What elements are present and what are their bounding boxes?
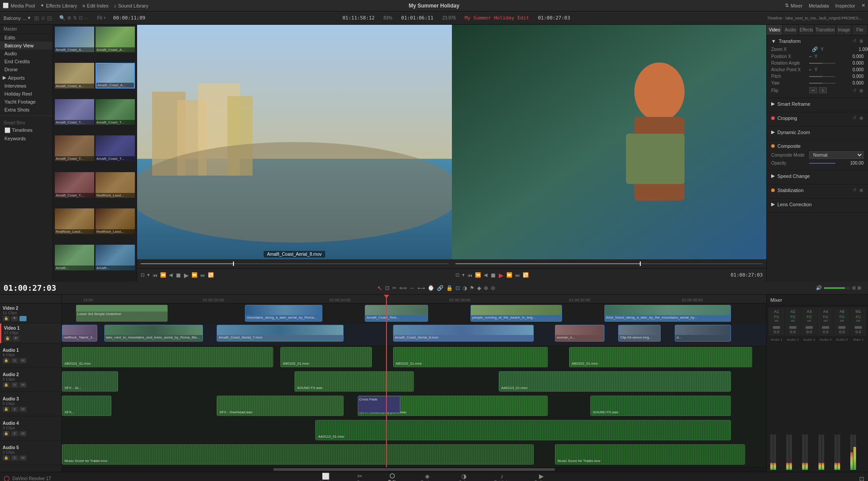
inspector-tab-audio[interactable]: Audio — [783, 25, 799, 35]
select-tool[interactable]: ↖ — [377, 285, 382, 292]
v2-lock[interactable]: 🔒 — [3, 316, 10, 321]
a5-s[interactable]: S — [11, 455, 18, 461]
inspector-tab-file[interactable]: File — [852, 25, 868, 35]
view-icon-grid[interactable]: ⊞ — [34, 15, 39, 22]
flip-h-button[interactable]: ↔ — [809, 87, 817, 93]
tl-play[interactable]: ▶ — [499, 272, 504, 279]
clip-a5-1[interactable]: Music Score for Trailer.mov — [62, 444, 534, 465]
clip-a1-1[interactable]: AB0102_01.mov — [62, 347, 273, 367]
clip-v2-4[interactable]: people_running_at_the_beach_in_brig... — [470, 305, 562, 322]
stab-reset[interactable]: ↺ — [853, 187, 857, 193]
zoom-in-button[interactable]: ⊕ — [484, 285, 488, 291]
tl-step-back[interactable]: ⏪ — [475, 272, 481, 278]
media-thumb-item[interactable]: Amalfi_Coast_T... — [55, 172, 94, 207]
inspector-tab-transition[interactable]: Transition — [814, 25, 836, 35]
yaw-slider[interactable] — [809, 83, 835, 84]
media-thumb-item[interactable]: RedRock_Land... — [96, 208, 135, 243]
inspector-tab[interactable]: Inspector — [835, 3, 855, 8]
link-icon[interactable]: 🔗 — [812, 46, 818, 52]
a4-m[interactable]: M — [19, 431, 27, 436]
flip-v-button[interactable]: ↕ — [819, 87, 827, 93]
tl-skip-end[interactable]: ⏭ — [515, 273, 520, 278]
a3-m[interactable]: M — [19, 407, 27, 412]
inspector-tab-effects[interactable]: Effects — [799, 25, 814, 35]
a4-lock[interactable]: 🔒 — [3, 431, 10, 436]
media-thumb-item[interactable]: Amalfi_Coast_A... — [55, 63, 94, 98]
cropping-hide[interactable]: ◉ — [859, 115, 864, 121]
view-icon-meta[interactable]: ⊟ — [47, 15, 52, 22]
media-thumb-item[interactable]: RedRock_Land... — [96, 172, 135, 207]
clip-a1-3[interactable]: AB0102_01.mov — [393, 347, 548, 367]
anchor-x-slider[interactable] — [809, 69, 812, 70]
sort-icon[interactable]: ⇅ — [73, 15, 77, 21]
rotation-slider[interactable] — [809, 63, 835, 64]
sidebar-keywords[interactable]: Keywords — [0, 135, 53, 142]
media-thumb-item[interactable]: RedRock_Land... — [55, 208, 94, 243]
bottom-tab-fairlight[interactable]: ♪ Fairlight — [490, 472, 513, 481]
media-thumb-item[interactable]: Amalfi_Coast_T... — [55, 135, 94, 170]
dynamic-zoom-title[interactable]: ▶ Dynamic Zoom — [771, 129, 864, 135]
clip-v2-5[interactable]: thick_forest_along_a_lake_by_the_mountai… — [604, 305, 731, 322]
media-thumb-item[interactable]: Amalfi... — [55, 245, 94, 280]
sidebar-yacht-footage[interactable]: Yacht Footage — [0, 98, 53, 106]
slide-tool[interactable]: ⟷ — [417, 285, 425, 291]
stabilization-title[interactable]: Stabilization ↺ ◉ — [771, 187, 864, 193]
bottom-tab-edit[interactable]: ⬡ Edit — [385, 471, 399, 481]
effects-library-tab[interactable]: ✦ Effects Library — [40, 3, 77, 8]
opacity-slider[interactable] — [809, 163, 835, 164]
sidebar-extra-shots[interactable]: Extra Shots — [0, 106, 53, 114]
source-skip-start[interactable]: ⏮ — [153, 273, 157, 278]
clip-a2-1[interactable]: SFX - Je... — [62, 371, 118, 392]
fullscreen-button[interactable]: ⊡ — [859, 475, 864, 481]
a3-lock[interactable]: 🔒 — [3, 407, 10, 412]
clip-a1-2[interactable]: AB0102_01.mov — [280, 347, 372, 367]
color-mode-button[interactable]: ◑ — [463, 285, 467, 291]
stab-hide[interactable]: ◉ — [859, 187, 864, 193]
source-progress-bar[interactable] — [137, 259, 452, 268]
bottom-tab-deliver[interactable]: ▶ Deliver — [531, 472, 552, 481]
v2-color[interactable] — [19, 316, 27, 321]
filter-icon[interactable]: ⊡ — [79, 15, 83, 21]
speed-change-title[interactable]: ▶ Speed Change — [771, 173, 864, 179]
composite-title[interactable]: Composite — [771, 143, 864, 149]
meters-button[interactable]: ⊠ — [857, 285, 861, 290]
inspector-tab-image[interactable]: Image — [836, 25, 852, 35]
hide-icon[interactable]: ◉ — [859, 38, 864, 44]
clip-a3-4[interactable]: SOUND FX.wav — [590, 396, 731, 416]
a4-s[interactable]: S — [11, 431, 18, 436]
marker-button[interactable]: ◆ — [477, 285, 481, 291]
clip-v1-5[interactable]: woman_ri... — [555, 325, 604, 342]
volume-icon[interactable]: 🔊 — [816, 285, 822, 291]
slip-tool[interactable]: ↔ — [409, 285, 415, 291]
sidebar-balcony-view[interactable]: Balcony View — [0, 42, 53, 50]
media-thumb-item[interactable]: Amalfi... — [96, 245, 135, 280]
sidebar-interviews[interactable]: Interviews — [0, 82, 53, 90]
composite-mode-select[interactable]: Normal — [809, 151, 864, 159]
transform-hide-icon[interactable]: ◉ — [859, 88, 864, 93]
bottom-tab-fusion[interactable]: ◈ Fusion — [417, 472, 437, 481]
close-button[interactable]: ✕ — [861, 3, 865, 8]
tl-play-back[interactable]: ◀ — [484, 272, 487, 278]
lock-button[interactable]: 🔒 — [446, 285, 453, 291]
clip-a2-4[interactable]: AA0113_01.mov — [499, 371, 731, 392]
source-play[interactable]: ▶ — [184, 272, 189, 279]
tl-stop[interactable]: ⏹ — [490, 272, 496, 279]
timeline-scrollbar-thumb[interactable] — [273, 468, 555, 471]
view-icon-list[interactable]: ≡ — [41, 15, 45, 22]
media-thumb-item[interactable]: Amalfi_Coast_T... — [96, 99, 135, 134]
media-pool-tab[interactable]: ⬜ Media Pool — [3, 3, 35, 8]
source-stop[interactable]: ⏹ — [175, 272, 181, 279]
media-thumb-item[interactable]: Amalfi_Coast_T... — [55, 99, 94, 134]
snap-button[interactable]: ⊡ — [455, 285, 460, 291]
sidebar-end-credits[interactable]: End Credits — [0, 58, 53, 65]
media-thumb-item[interactable]: Amalfi_Coast_A... — [55, 27, 94, 62]
a1-s[interactable]: S — [11, 358, 18, 363]
clip-v1-7[interactable]: d... — [675, 325, 731, 342]
tl-step-fwd[interactable]: ⏩ — [506, 272, 512, 278]
transform-reset-icon[interactable]: ↺ — [853, 88, 857, 93]
sidebar-drone[interactable]: Drone — [0, 65, 53, 73]
speed-tool[interactable]: ⌚ — [428, 285, 434, 291]
smart-reframe-title[interactable]: ▶ Smart Reframe — [771, 101, 864, 107]
bottom-tab-media[interactable]: ⬜ Media — [316, 472, 335, 481]
clip-v2-3[interactable]: Amalfi_Coast_Tere... — [365, 305, 428, 322]
